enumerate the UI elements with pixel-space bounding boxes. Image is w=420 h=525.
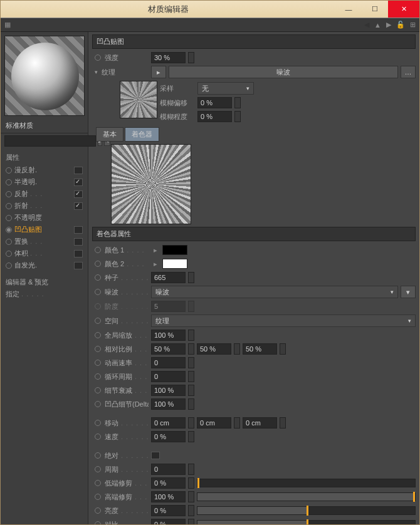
maximize-button[interactable]: ☐ bbox=[362, 1, 388, 18]
move-x[interactable]: 0 cm bbox=[151, 417, 186, 429]
channel-luminance[interactable]: 自发光. bbox=[6, 259, 83, 271]
brightness-field[interactable]: 0 % bbox=[151, 505, 186, 516]
channel-translucent[interactable]: 半透明. bbox=[6, 176, 83, 188]
rel-scale-z[interactable]: 50 % bbox=[243, 343, 277, 355]
seed-field[interactable]: 665 bbox=[151, 272, 186, 283]
nav-back-icon[interactable]: ◀ bbox=[364, 21, 369, 29]
channel-bump[interactable]: 凹凸贴图 bbox=[6, 224, 83, 236]
nav-fwd-icon[interactable]: ▶ bbox=[386, 21, 391, 29]
color1-swatch[interactable] bbox=[162, 245, 187, 255]
cycle-field[interactable]: 0 bbox=[151, 371, 186, 382]
channel-refraction[interactable]: 折射 . . . bbox=[6, 200, 83, 212]
material-name[interactable]: 标准材质 bbox=[1, 120, 88, 133]
channel-displacement[interactable]: 置换 . . . bbox=[6, 236, 83, 247]
low-clip-slider[interactable] bbox=[197, 479, 416, 487]
channel-bump-checkbox[interactable] bbox=[74, 226, 83, 234]
material-editor-window: 材质编辑器 — ☐ ✕ ▦ ◀ ▲ ▶ 🔓 ⊞ 标准材质 ▸ ↖ 属性 bbox=[0, 0, 420, 525]
texture-options-button[interactable]: … bbox=[401, 66, 416, 78]
noise-thumbnail[interactable] bbox=[120, 81, 157, 118]
contrast-field[interactable]: 0 % bbox=[151, 519, 186, 524]
color2-expand-icon[interactable]: ▸ bbox=[151, 260, 160, 268]
blur-scale-field[interactable]: 0 % bbox=[197, 111, 232, 122]
filter-input[interactable] bbox=[4, 135, 96, 147]
contrast-slider[interactable] bbox=[197, 520, 416, 524]
channel-volume-checkbox[interactable] bbox=[74, 250, 83, 257]
texture-play-button[interactable]: ▸ bbox=[151, 66, 166, 78]
speed-field[interactable]: 0 % bbox=[151, 431, 186, 442]
blur-offset-field[interactable]: 0 % bbox=[197, 97, 232, 108]
rel-scale-x[interactable]: 50 % bbox=[151, 343, 186, 355]
window-title: 材质编辑器 bbox=[1, 4, 335, 15]
noise-more-button[interactable]: ▾ bbox=[401, 286, 416, 298]
channel-translucent-checkbox[interactable] bbox=[74, 179, 83, 186]
absolute-checkbox[interactable] bbox=[151, 452, 160, 459]
global-scale-field[interactable]: 100 % bbox=[151, 330, 186, 341]
channel-diffuse[interactable]: 漫反射. bbox=[6, 164, 83, 176]
channel-volume[interactable]: 体积 . . . bbox=[6, 247, 83, 259]
left-panel: 标准材质 ▸ ↖ 属性 漫反射. 半透明. 反射 . . . 折射 . . . … bbox=[1, 32, 88, 524]
detail-atten-field[interactable]: 100 % bbox=[151, 385, 186, 396]
brightness-slider[interactable] bbox=[197, 506, 416, 515]
color1-expand-icon[interactable]: ▸ bbox=[151, 246, 160, 254]
octave-field: 5 bbox=[151, 301, 186, 312]
move-z[interactable]: 0 cm bbox=[243, 417, 277, 429]
sample-dropdown[interactable]: 无 bbox=[197, 82, 254, 95]
channel-diffuse-checkbox[interactable] bbox=[74, 167, 83, 174]
menu-icon[interactable]: ⊞ bbox=[410, 21, 416, 29]
link-assign[interactable]: 指定 . . . . . bbox=[6, 288, 83, 300]
color2-swatch[interactable] bbox=[162, 259, 187, 269]
channel-refraction-checkbox[interactable] bbox=[74, 202, 83, 210]
high-clip-field[interactable]: 100 % bbox=[151, 491, 186, 502]
texture-button[interactable]: 噪波 bbox=[169, 66, 398, 78]
low-clip-field[interactable]: 0 % bbox=[151, 477, 186, 489]
titlebar[interactable]: 材质编辑器 — ☐ ✕ bbox=[1, 1, 419, 18]
channel-luminance-checkbox[interactable] bbox=[74, 262, 83, 269]
right-panel: 凹凸贴图 强度 30 % ▾纹理 ▸ 噪波 … 采样无 模糊偏移0 % 模糊程度… bbox=[88, 32, 419, 524]
tab-basic[interactable]: 基本 bbox=[96, 127, 123, 142]
intensity-spinner[interactable] bbox=[188, 52, 194, 63]
channel-displacement-checkbox[interactable] bbox=[74, 238, 83, 246]
toolbar: ▦ ◀ ▲ ▶ 🔓 ⊞ bbox=[1, 18, 419, 32]
shader-preview[interactable] bbox=[111, 144, 191, 224]
channels-header: 属性 bbox=[6, 151, 83, 164]
shader-section-header: 着色器属性 bbox=[92, 227, 416, 241]
grid-icon[interactable]: ▦ bbox=[4, 21, 11, 28]
rel-scale-y[interactable]: 50 % bbox=[197, 343, 231, 355]
intensity-field[interactable]: 30 % bbox=[151, 52, 186, 63]
material-preview[interactable] bbox=[4, 36, 85, 116]
space-dropdown[interactable]: 纹理 bbox=[151, 314, 416, 327]
noise-dropdown[interactable]: 噪波 bbox=[151, 286, 398, 298]
channel-opacity[interactable]: 不透明度 bbox=[6, 212, 83, 224]
bump-section-header: 凹凸贴图 bbox=[92, 34, 416, 49]
move-y[interactable]: 0 cm bbox=[197, 417, 231, 429]
lock-icon[interactable]: 🔓 bbox=[396, 21, 405, 29]
delta-field[interactable]: 100 % bbox=[151, 398, 186, 410]
high-clip-slider[interactable] bbox=[197, 492, 416, 501]
channel-reflection[interactable]: 反射 . . . bbox=[6, 188, 83, 200]
period-field[interactable]: 0 bbox=[151, 464, 186, 475]
tab-shader[interactable]: 着色器 bbox=[125, 127, 159, 142]
nav-up-icon[interactable]: ▲ bbox=[374, 21, 381, 29]
link-editor-preview[interactable]: 编辑器 & 预览 bbox=[6, 276, 83, 288]
minimize-button[interactable]: — bbox=[335, 1, 362, 18]
channel-reflection-checkbox[interactable] bbox=[74, 190, 83, 198]
close-button[interactable]: ✕ bbox=[388, 1, 419, 18]
anim-speed-field[interactable]: 0 bbox=[151, 357, 186, 368]
